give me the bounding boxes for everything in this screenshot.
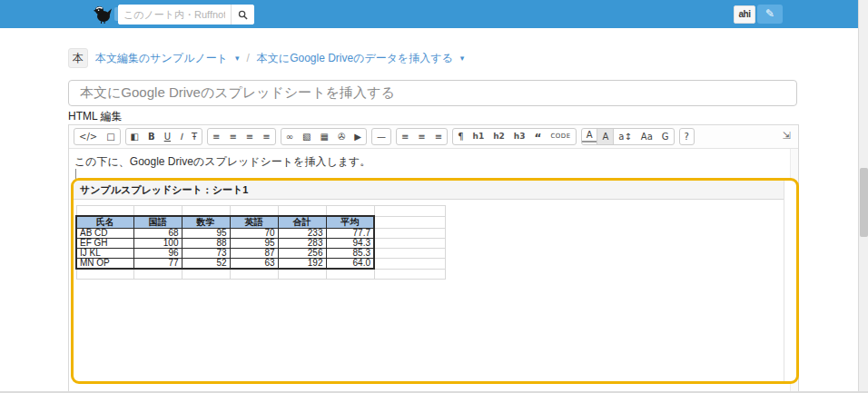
sheet-cell: 87	[230, 249, 278, 259]
toolbar-group: AAa↕AaG	[581, 128, 675, 145]
toolbar-horizontal-rule-button[interactable]: —	[372, 129, 390, 144]
toolbar-paragraph-button[interactable]: ¶	[453, 129, 468, 144]
toolbar-outdent-button[interactable]: ≡	[242, 129, 258, 144]
toolbar-indent-button[interactable]: ≡	[258, 129, 274, 144]
sheet-empty-cell	[230, 269, 278, 280]
toolbar-strikethrough-button[interactable]: Ŧ	[187, 129, 202, 144]
search-input[interactable]	[118, 5, 231, 25]
toolbar-help-button[interactable]: ?	[680, 129, 694, 144]
toolbar-link-button[interactable]: ∞	[281, 129, 298, 144]
magnifier-icon	[238, 10, 248, 20]
edit-note-button[interactable]: ✎	[757, 5, 783, 24]
notebook-icon[interactable]: 本	[68, 48, 88, 68]
sheet-empty-cell	[374, 229, 445, 239]
toolbar-checkbox-button[interactable]: □	[102, 129, 119, 144]
breadcrumb-separator: /	[247, 52, 250, 64]
toolbar-underline-button[interactable]: U	[160, 129, 175, 144]
sheet-cell: 64.0	[326, 259, 374, 270]
sheet-cell: 100	[133, 239, 182, 249]
sheet-cell: MN OP	[76, 259, 133, 270]
toolbar-group: —	[371, 128, 391, 145]
bird-logo-icon	[94, 5, 112, 24]
toolbar-blockquote-button[interactable]: “	[530, 129, 547, 144]
toolbar-align-left-button[interactable]: ≡	[397, 129, 413, 144]
toolbar-group: ¶h1h2h3“CODE	[452, 128, 577, 145]
toolbar-font-case-button[interactable]: Aa	[636, 129, 657, 144]
sheet-header-cell: 国語	[133, 216, 182, 229]
sheet-empty-cell	[182, 206, 230, 217]
toolbar-google-button[interactable]: G	[657, 129, 674, 144]
sheet-empty-cell	[133, 269, 182, 280]
html-edit-label: HTML 編集	[68, 109, 123, 124]
html-editor: </>□◧BUIŦ≡≡≡≡∞▧▦✇▶—≡≡≡¶h1h2h3“CODEAAa↕Aa…	[68, 124, 799, 393]
chevron-down-icon[interactable]: ▾	[460, 54, 465, 63]
top-navbar: 0 ahi ✎	[0, 0, 858, 28]
editor-content-area[interactable]: この下に、Google Driveのスプレッドシートを挿入します。 サンプルスプ…	[69, 149, 798, 393]
spreadsheet-grid: 氏名国語数学英語合計平均AB CD68957023377.7EF GH10088…	[75, 205, 446, 280]
sheet-empty-cell	[133, 206, 182, 217]
sheet-cell: 77.7	[326, 229, 374, 239]
sheet-cell: 85.3	[326, 249, 374, 259]
ruffnote-page: 0 ahi ✎ 本 本文編集のサンプルノート ▾ / 本文にGoogle Dri…	[0, 0, 868, 393]
sheet-row: AB CD68957023377.7	[76, 229, 445, 239]
toolbar-code-button[interactable]: CODE	[546, 129, 575, 144]
sheet-empty-cell	[278, 206, 326, 217]
breadcrumb-notebook-link[interactable]: 本文編集のサンプルノート	[95, 51, 228, 66]
toolbar-h3-button[interactable]: h3	[509, 129, 530, 144]
sheet-cell: 52	[182, 259, 230, 270]
sheet-cell: 233	[278, 229, 326, 239]
resize-editor-icon[interactable]: ⇲	[783, 130, 791, 142]
toolbar-attachment-button[interactable]: ✇	[333, 129, 350, 144]
sheet-cell: AB CD	[76, 229, 133, 239]
sheet-row	[76, 206, 445, 217]
toolbar-h2-button[interactable]: h2	[488, 129, 509, 144]
toolbar-align-center-button[interactable]: ≡	[413, 129, 429, 144]
toolbar-h1-button[interactable]: h1	[469, 129, 489, 144]
page-scrollbar-thumb[interactable]	[860, 168, 868, 237]
page-scrollbar-track[interactable]	[858, 0, 868, 393]
toolbar-split-view-button[interactable]: ◧	[126, 129, 143, 144]
google-drive-spreadsheet-embed[interactable]: サンプルスプレッドシート：シート1 氏名国語数学英語合計平均AB CD68957…	[71, 178, 799, 384]
sheet-empty-cell	[374, 259, 445, 270]
toolbar-group: ≡≡≡≡	[207, 128, 276, 145]
sheet-cell: 96	[133, 249, 182, 259]
sheet-empty-cell	[76, 206, 133, 217]
toolbar-image-button[interactable]: ▧	[298, 129, 315, 144]
toolbar-video-button[interactable]: ▶	[350, 129, 366, 144]
breadcrumb-page-link[interactable]: 本文にGoogle Driveのデータを挿入する	[257, 51, 453, 66]
toolbar-bold-button[interactable]: B	[143, 129, 160, 144]
toolbar-group: ∞▧▦✇▶	[281, 128, 367, 145]
pencil-icon: ✎	[765, 7, 774, 20]
toolbar-ordered-list-button[interactable]: ≡	[224, 129, 241, 144]
sheet-header-cell: 数学	[182, 216, 230, 229]
toolbar-table-button[interactable]: ▦	[315, 129, 332, 144]
sheet-empty-cell	[278, 269, 326, 280]
sheet-header-cell: 英語	[230, 216, 278, 229]
sheet-cell: 192	[278, 259, 326, 270]
toolbar-group: ◧BUIŦ	[125, 128, 202, 145]
sheet-empty-cell	[326, 269, 374, 280]
toolbar-unordered-list-button[interactable]: ≡	[208, 129, 224, 144]
sheet-cell: 73	[182, 249, 230, 259]
sheet-row: MN OP77526319264.0	[76, 259, 445, 270]
sheet-cell: 95	[182, 229, 230, 239]
toolbar-code-view-button[interactable]: </>	[74, 129, 102, 144]
sheet-empty-cell	[374, 239, 445, 249]
toolbar-text-color-button[interactable]: A	[582, 129, 597, 142]
search-button[interactable]	[231, 5, 254, 25]
note-title-input[interactable]	[68, 80, 797, 106]
sheet-row: 氏名国語数学英語合計平均	[76, 216, 445, 229]
embed-frame: サンプルスプレッドシート：シート1 氏名国語数学英語合計平均AB CD68957…	[74, 181, 784, 381]
chevron-down-icon[interactable]: ▾	[235, 54, 240, 63]
sheet-row: IJ KL96738725685.3	[76, 249, 445, 259]
sheet-empty-cell	[76, 269, 133, 280]
search-box	[118, 5, 254, 25]
user-avatar[interactable]: ahi	[734, 5, 755, 24]
sheet-row: EF GH100889528394.3	[76, 239, 445, 249]
toolbar-font-size-button[interactable]: a↕	[614, 129, 636, 144]
toolbar-group: ≡≡≡	[396, 128, 448, 145]
toolbar-group: </>□	[74, 128, 121, 145]
toolbar-align-right-button[interactable]: ≡	[430, 129, 447, 144]
toolbar-highlight-color-button[interactable]: A	[597, 129, 614, 144]
toolbar-italic-button[interactable]: I	[175, 129, 187, 144]
